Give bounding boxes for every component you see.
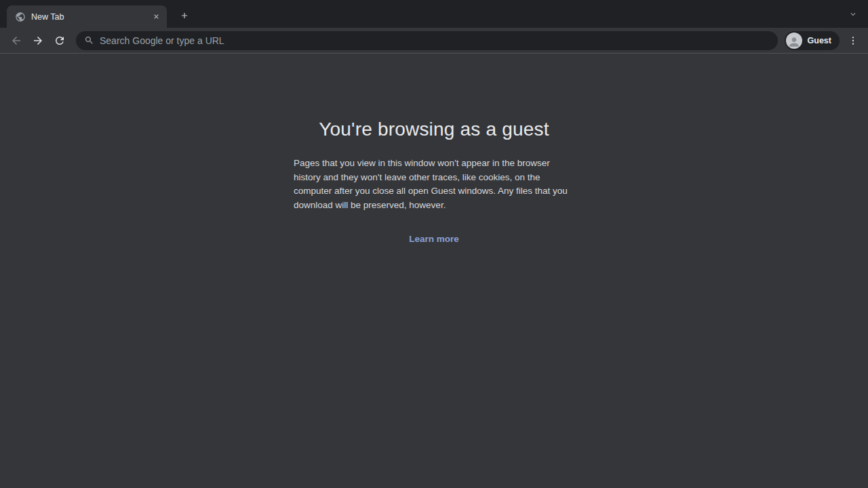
reload-button[interactable] xyxy=(50,31,69,50)
tab-new-tab[interactable]: New Tab xyxy=(7,5,167,28)
globe-favicon-icon xyxy=(15,12,26,22)
reload-icon xyxy=(54,35,66,47)
back-button[interactable] xyxy=(7,31,26,50)
search-icon xyxy=(84,35,94,45)
back-arrow-icon xyxy=(10,35,22,47)
learn-more-link[interactable]: Learn more xyxy=(409,234,459,244)
forward-button[interactable] xyxy=(28,31,47,50)
kebab-menu-icon xyxy=(848,35,859,46)
profile-label: Guest xyxy=(808,36,831,45)
new-tab-button[interactable] xyxy=(175,6,194,25)
plus-icon xyxy=(180,11,189,20)
forward-arrow-icon xyxy=(32,35,44,47)
guest-description: Pages that you view in this window won't… xyxy=(294,157,574,212)
tab-search-chevron-button[interactable] xyxy=(848,9,859,20)
browser-menu-button[interactable] xyxy=(844,31,863,50)
omnibox-input[interactable] xyxy=(100,35,770,46)
omnibox[interactable] xyxy=(76,31,778,50)
tab-strip: New Tab xyxy=(0,0,868,28)
browser-toolbar: Guest xyxy=(0,28,868,54)
page-title: You're browsing as a guest xyxy=(319,119,549,140)
chevron-down-icon xyxy=(848,9,858,19)
guest-new-tab-page: You're browsing as a guest Pages that yo… xyxy=(0,54,868,487)
tab-title: New Tab xyxy=(31,12,151,22)
guest-avatar-icon xyxy=(786,33,802,49)
tab-close-icon[interactable] xyxy=(151,12,161,22)
profile-button[interactable]: Guest xyxy=(785,31,840,50)
